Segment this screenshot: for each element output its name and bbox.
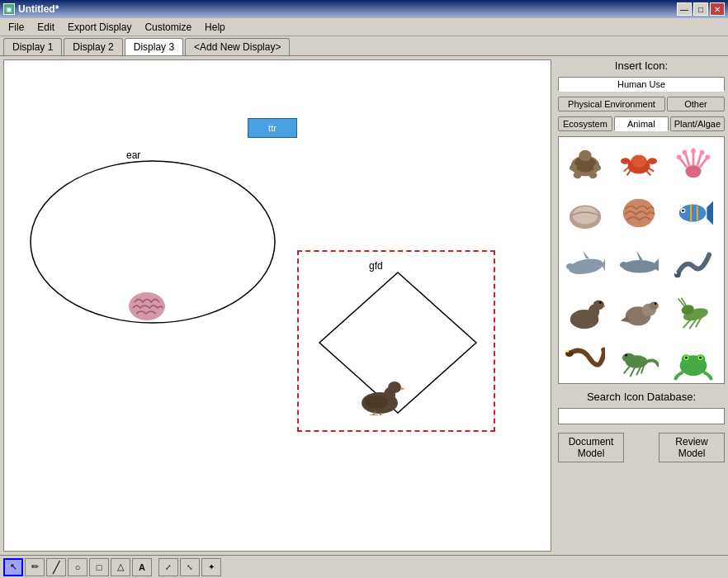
window-controls: — □ ✕ [677,2,725,16]
svg-point-21 [621,158,631,164]
main-area: ear ttr gfd [0,56,728,555]
icon-snake[interactable] [562,339,608,384]
maximize-button[interactable]: □ [693,2,708,16]
icon-sparrow[interactable] [616,289,662,335]
svg-point-33 [691,149,696,154]
svg-point-5 [388,381,401,393]
svg-point-61 [599,301,602,304]
duck-icon[interactable] [355,374,404,415]
search-label: Search Icon Database: [558,391,725,403]
svg-point-78 [622,353,635,362]
icon-frog[interactable] [670,339,716,384]
svg-line-74 [681,298,686,306]
tool-pencil[interactable]: ✏ [25,558,45,576]
tool-select[interactable]: ↖ [3,558,23,576]
svg-point-36 [676,154,681,159]
brain-icon[interactable] [126,290,168,323]
icon-brain-coral[interactable] [616,190,662,236]
svg-point-22 [648,158,658,164]
svg-point-64 [650,302,659,310]
svg-point-20 [631,154,647,167]
svg-point-41 [678,204,706,221]
menu-file[interactable]: File [2,20,31,35]
icon-grasshopper[interactable] [670,289,716,335]
search-input[interactable] [558,408,725,424]
mid-tab-row: Physical Environment Other [558,97,725,111]
svg-point-39 [573,206,598,224]
title-bar: ▣ Untitled* — □ ✕ [0,0,728,18]
tab-animal[interactable]: Animal [614,116,669,131]
icon-duck-panel[interactable] [562,289,608,335]
menu-edit[interactable]: Edit [31,20,61,35]
tab-display3[interactable]: Display 3 [125,38,183,55]
bottom-tab-row: Ecosystem Animal Plant/Algae [558,116,725,131]
tab-human-use[interactable]: Human Use [558,77,725,92]
svg-point-56 [674,272,677,274]
svg-point-54 [620,262,628,268]
svg-point-83 [626,354,628,357]
canvas-rect-ttr[interactable]: ttr [248,118,297,138]
tabs-bar: Display 1 Display 2 Display 3 <Add New D… [0,36,728,56]
tool-rect[interactable]: □ [89,558,109,576]
tool-triangle[interactable]: △ [111,558,130,576]
tab-display1[interactable]: Display 1 [3,38,62,55]
tool-misc[interactable]: ✦ [201,558,221,576]
svg-point-40 [623,199,655,228]
canvas-diamond-container[interactable]: gfd [297,250,495,432]
title-bar-left: ▣ Untitled* [3,3,59,15]
svg-marker-52 [636,251,643,261]
icon-grid-container[interactable] [558,136,725,384]
tool-text[interactable]: A [132,558,152,576]
svg-line-32 [699,158,707,168]
tool-ellipse[interactable]: ○ [68,558,87,576]
canvas-label-ear: ear [126,149,140,161]
icon-sea-anemone[interactable] [670,140,716,187]
svg-point-59 [593,301,604,310]
icon-shark[interactable] [616,239,662,286]
svg-point-50 [566,263,574,270]
menu-export-display[interactable]: Export Display [61,20,138,35]
tab-ecosystem[interactable]: Ecosystem [558,116,612,131]
canvas-area[interactable]: ear ttr gfd [3,59,551,552]
icon-eel[interactable] [670,239,716,286]
review-model-button[interactable]: ReviewModel [659,433,725,462]
icon-grid [559,137,724,384]
svg-marker-6 [400,387,404,390]
svg-point-35 [699,150,704,155]
menu-customize[interactable]: Customize [138,20,198,35]
tool-arrow1[interactable]: ⤢ [158,558,178,576]
top-tab-row: Human Use [558,77,725,92]
svg-point-44 [682,210,684,212]
tab-plant-algae[interactable]: Plant/Algae [670,116,725,131]
tool-arrow2[interactable]: ⤡ [180,558,200,576]
tab-other[interactable]: Other [667,97,725,111]
svg-line-29 [685,154,689,166]
tab-physical-environment[interactable]: Physical Environment [558,97,665,111]
menu-help[interactable]: Help [198,20,232,35]
close-button[interactable]: ✕ [710,2,725,16]
window-title: Untitled* [18,3,59,15]
svg-line-80 [631,367,636,377]
icon-lizard[interactable] [616,339,662,384]
insert-icon-title: Insert Icon: [558,59,725,72]
tool-line[interactable]: ╱ [46,558,66,576]
svg-point-27 [685,165,701,178]
icon-oyster[interactable] [562,190,608,236]
document-model-button[interactable]: DocumentModel [558,433,624,462]
toolbar: ↖ ✏ ╱ ○ □ △ A ⤢ ⤡ ✦ [0,555,728,578]
tab-add-new[interactable]: <Add New Display> [185,38,290,55]
svg-marker-49 [602,258,605,271]
svg-point-76 [566,350,569,353]
svg-point-34 [682,150,687,155]
tab-display2[interactable]: Display 2 [64,38,122,55]
svg-point-89 [685,357,688,359]
svg-marker-48 [583,251,589,259]
icon-turtle[interactable] [562,140,608,187]
svg-point-37 [705,154,710,159]
icon-crab[interactable] [616,140,662,187]
icon-tropical-fish[interactable] [670,190,716,236]
minimize-button[interactable]: — [677,2,692,16]
svg-marker-60 [603,305,605,307]
app-icon: ▣ [3,3,15,15]
icon-dolphin[interactable] [562,239,608,286]
